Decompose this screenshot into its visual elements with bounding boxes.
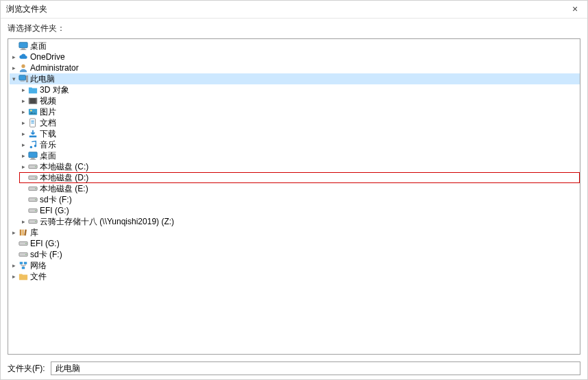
chevron-right-icon[interactable]: ▸ — [19, 217, 27, 226]
tree-item-pictures: ▸图片 — [19, 106, 580, 117]
tree-row-onedrive[interactable]: ▸OneDrive — [10, 51, 580, 62]
tree-item-files: ▸文件 — [10, 271, 580, 282]
drive-icon — [28, 162, 38, 171]
tree-label: 下载 — [40, 129, 56, 139]
chevron-right-icon[interactable]: ▸ — [19, 163, 27, 171]
chevron-right-icon[interactable]: ▸ — [19, 141, 27, 149]
tree-row-thispc[interactable]: ▾此电脑 — [10, 73, 580, 84]
chevron-right-icon[interactable]: ▸ — [19, 152, 27, 160]
tree-row-drived[interactable]: ▸本地磁盘 (D:) — [19, 172, 580, 183]
chevron-right-icon[interactable]: ▸ — [10, 64, 18, 72]
chevron-right-icon[interactable]: ▸ — [19, 130, 27, 138]
tree-label: EFI (G:) — [40, 206, 69, 215]
chevron-right-icon[interactable]: ▸ — [19, 86, 27, 94]
drive-icon — [28, 217, 38, 226]
tree-item-desktop: ▸桌面 — [10, 40, 580, 51]
cloud-icon — [19, 52, 28, 62]
chevron-right-icon[interactable]: ▸ — [19, 97, 27, 105]
tree-item-netz: ▸云骑士存储十八 (\\Yunqishi2019) (Z:) — [19, 216, 580, 227]
chevron-right-icon[interactable]: ▸ — [10, 272, 18, 281]
tree-label: sd卡 (F:) — [40, 195, 72, 204]
tree-row-pictures[interactable]: ▸图片 — [19, 106, 580, 117]
tree-item-drived: ▸本地磁盘 (D:) — [19, 172, 580, 183]
tree-item-efig: ▸EFI (G:) — [19, 205, 580, 216]
tree-label: 视频 — [40, 96, 56, 106]
network-icon — [19, 261, 28, 270]
tree-label: 网络 — [30, 261, 47, 270]
drive-icon — [28, 195, 38, 204]
tree-row-sdf2[interactable]: ▸sd卡 (F:) — [10, 249, 580, 260]
tree-row-music[interactable]: ▸音乐 — [19, 139, 580, 150]
close-icon[interactable]: × — [567, 2, 583, 16]
drive-icon — [28, 184, 38, 193]
tree-item-documents: ▸文档 — [19, 117, 580, 128]
tree-row-files[interactable]: ▸文件 — [10, 271, 580, 282]
tree-row-network[interactable]: ▸网络 — [10, 260, 580, 271]
tree-row-admin[interactable]: ▸Administrator — [10, 62, 580, 73]
tree-row-drivec[interactable]: ▸本地磁盘 (C:) — [19, 161, 580, 172]
tree-label: 本地磁盘 (E:) — [40, 184, 88, 193]
drive-icon — [28, 206, 38, 215]
desktop-icon — [28, 151, 38, 161]
video-icon — [28, 96, 38, 106]
tree-row-desk2[interactable]: ▸桌面 — [19, 150, 580, 161]
tree-label: 桌面 — [30, 41, 47, 51]
pc-icon — [19, 74, 28, 84]
tree-row-video[interactable]: ▸视频 — [19, 95, 580, 106]
tree-label: 本地磁盘 (D:) — [40, 173, 88, 182]
tree-row-3d[interactable]: ▸3D 对象 — [19, 84, 580, 95]
folder-field-label: 文件夹(F): — [8, 363, 45, 375]
prompt-label: 请选择文件夹： — [1, 19, 587, 34]
chevron-right-icon[interactable]: ▸ — [19, 119, 27, 127]
tree-item-downloads: ▸下载 — [19, 128, 580, 139]
tree-item-desk2: ▸桌面 — [19, 150, 580, 161]
tree-label: sd卡 (F:) — [30, 250, 62, 259]
tree-item-onedrive: ▸OneDrive — [10, 51, 580, 62]
tree-row-documents[interactable]: ▸文档 — [19, 117, 580, 128]
tree-label: Administrator — [30, 63, 79, 73]
titlebar: 浏览文件夹 × — [1, 1, 587, 19]
folder-tree[interactable]: ▸桌面▸OneDrive▸Administrator▾此电脑▸3D 对象▸视频▸… — [8, 38, 580, 355]
downloads-icon — [28, 129, 38, 139]
tree-item-libs: ▸库 — [10, 227, 580, 238]
chevron-down-icon[interactable]: ▾ — [10, 75, 18, 83]
tree-label: 云骑士存储十八 (\\Yunqishi2019) (Z:) — [40, 217, 174, 226]
tree-item-sdf: ▸sd卡 (F:) — [19, 194, 580, 205]
tree-label: OneDrive — [30, 52, 65, 62]
tree-item-music: ▸音乐 — [19, 139, 580, 150]
tree-row-efig2[interactable]: ▸EFI (G:) — [10, 238, 580, 249]
tree-row-efig[interactable]: ▸EFI (G:) — [19, 205, 580, 216]
desktop-icon — [19, 41, 28, 51]
tree-label: 桌面 — [40, 151, 56, 161]
tree-label: 图片 — [40, 107, 56, 117]
drive-icon — [19, 239, 28, 248]
folder-field[interactable] — [51, 361, 580, 375]
browse-folder-dialog: 浏览文件夹 × 请选择文件夹： ▸桌面▸OneDrive▸Administrat… — [0, 0, 588, 380]
tree-label: 文件 — [30, 272, 47, 281]
tree-label: 音乐 — [40, 140, 56, 150]
tree-row-netz[interactable]: ▸云骑士存储十八 (\\Yunqishi2019) (Z:) — [19, 216, 580, 227]
tree-label: 本地磁盘 (C:) — [40, 162, 88, 171]
window-title: 浏览文件夹 — [6, 3, 47, 15]
tree-item-drivec: ▸本地磁盘 (C:) — [19, 161, 580, 172]
chevron-right-icon[interactable]: ▸ — [10, 228, 18, 237]
tree-row-drivee[interactable]: ▸本地磁盘 (E:) — [19, 183, 580, 194]
footer: 文件夹(F): — [1, 357, 587, 379]
drive-icon — [28, 173, 38, 182]
tree-row-libs[interactable]: ▸库 — [10, 227, 580, 238]
user-icon — [19, 63, 28, 73]
tree-item-thispc: ▾此电脑▸3D 对象▸视频▸图片▸文档▸下载▸音乐▸桌面▸本地磁盘 (C:)▸本… — [10, 73, 580, 227]
tree-row-desktop[interactable]: ▸桌面 — [10, 40, 580, 51]
chevron-right-icon[interactable]: ▸ — [19, 108, 27, 116]
pictures-icon — [28, 107, 38, 117]
chevron-right-icon[interactable]: ▸ — [10, 53, 18, 61]
tree-item-video: ▸视频 — [19, 95, 580, 106]
tree-row-sdf[interactable]: ▸sd卡 (F:) — [19, 194, 580, 205]
tree-row-downloads[interactable]: ▸下载 — [19, 128, 580, 139]
drive-icon — [19, 250, 28, 259]
tree-item-3d: ▸3D 对象 — [19, 84, 580, 95]
documents-icon — [28, 118, 38, 128]
chevron-right-icon[interactable]: ▸ — [10, 261, 18, 270]
tree-label: 文档 — [40, 118, 56, 128]
folder-sys-icon — [28, 85, 38, 95]
